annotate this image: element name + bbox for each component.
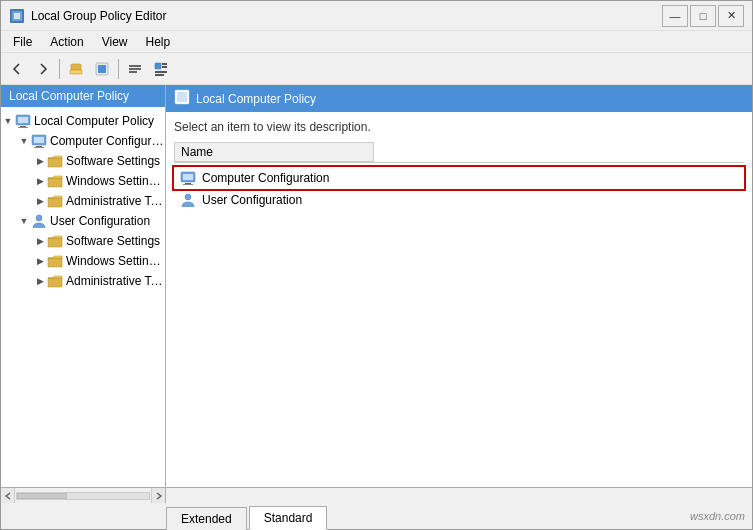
svg-rect-4 (70, 70, 82, 74)
left-scrollbar-thumb[interactable] (17, 493, 67, 499)
scroll-right-btn[interactable] (151, 488, 165, 503)
svg-point-30 (185, 194, 191, 200)
tree-item-admin1[interactable]: ▶ Administrative Te... (1, 191, 165, 211)
toolbar-sep-2 (118, 59, 119, 79)
list-row-icon-user (180, 192, 196, 208)
toolbar (1, 53, 752, 85)
list-row-computer-config[interactable]: Computer Configuration (174, 167, 744, 189)
menu-file[interactable]: File (5, 33, 40, 51)
svg-rect-20 (34, 137, 44, 143)
svg-rect-9 (129, 71, 137, 73)
left-scrollbar-area (1, 488, 166, 503)
toolbar-forward[interactable] (31, 57, 55, 81)
svg-rect-6 (98, 65, 106, 73)
left-scrollbar-track[interactable] (16, 492, 150, 500)
main-content: Local Computer Policy ▼ Local Computer P… (1, 85, 752, 487)
left-panel-header: Local Computer Policy (1, 85, 165, 107)
right-panel-title: Local Computer Policy (196, 92, 316, 106)
right-panel-body: Select an item to view its description. … (166, 112, 752, 487)
tree-item-software2[interactable]: ▶ Software Settings (1, 231, 165, 251)
app-icon (9, 8, 25, 24)
tree-item-root[interactable]: ▼ Local Computer Policy (1, 111, 165, 131)
tree-item-computer[interactable]: ▼ Computer Configura... (1, 131, 165, 151)
tree-label-user: User Configuration (50, 214, 150, 228)
list-items: Computer Configuration User Configuratio… (174, 167, 744, 211)
svg-rect-18 (18, 127, 28, 128)
list-row-user-config[interactable]: User Configuration (174, 189, 744, 211)
close-button[interactable]: ✕ (718, 5, 744, 27)
tree-item-windows2[interactable]: ▶ Windows Setting... (1, 251, 165, 271)
window-title: Local Group Policy Editor (31, 9, 166, 23)
svg-rect-22 (34, 147, 44, 148)
list-header: Name (174, 142, 744, 163)
left-panel: Local Computer Policy ▼ Local Computer P… (1, 85, 166, 487)
list-row-text-user-config: User Configuration (202, 193, 302, 207)
toolbar-sep-1 (59, 59, 60, 79)
tree-expand-root[interactable]: ▼ (1, 114, 15, 128)
right-scrollbar-area (166, 488, 752, 503)
tree-expand-software1[interactable]: ▶ (33, 154, 47, 168)
menu-help[interactable]: Help (138, 33, 179, 51)
menu-action[interactable]: Action (42, 33, 91, 51)
tree-icon-windows1 (47, 173, 63, 189)
tree-container: ▼ Local Computer Policy ▼ (1, 107, 165, 487)
title-bar: Local Group Policy Editor — □ ✕ (1, 1, 752, 31)
tree-item-user[interactable]: ▼ User Configuration (1, 211, 165, 231)
toolbar-up[interactable] (64, 57, 88, 81)
tab-standard[interactable]: Standard (249, 506, 328, 530)
svg-rect-29 (183, 184, 193, 185)
tab-extended[interactable]: Extended (166, 507, 247, 530)
toolbar-option[interactable] (149, 57, 173, 81)
toolbar-extra[interactable] (123, 57, 147, 81)
maximize-button[interactable]: □ (690, 5, 716, 27)
tree-expand-windows1[interactable]: ▶ (33, 174, 47, 188)
right-panel-header: Local Computer Policy (166, 85, 752, 112)
bottom-area: Extended Standard (1, 487, 752, 529)
scroll-left-btn[interactable] (1, 488, 15, 503)
tree-item-software1[interactable]: ▶ Software Settings (1, 151, 165, 171)
tree-label-admin1: Administrative Te... (66, 194, 165, 208)
description-text: Select an item to view its description. (174, 120, 744, 134)
svg-rect-12 (162, 66, 167, 68)
svg-rect-25 (177, 92, 187, 102)
menu-view[interactable]: View (94, 33, 136, 51)
tree-expand-software2[interactable]: ▶ (33, 234, 47, 248)
svg-rect-8 (129, 68, 141, 70)
main-window: Local Group Policy Editor — □ ✕ File Act… (0, 0, 753, 530)
tree-item-windows1[interactable]: ▶ Windows Setting... (1, 171, 165, 191)
tree-item-admin2[interactable]: ▶ Administrative Te... (1, 271, 165, 291)
svg-rect-7 (129, 65, 141, 67)
title-bar-left: Local Group Policy Editor (9, 8, 166, 24)
svg-rect-27 (183, 174, 193, 180)
col-header-name[interactable]: Name (174, 142, 374, 162)
window-controls: — □ ✕ (662, 5, 744, 27)
svg-point-23 (36, 215, 42, 221)
svg-rect-13 (155, 71, 167, 73)
svg-rect-2 (14, 13, 20, 19)
toolbar-back[interactable] (5, 57, 29, 81)
tree-label-software2: Software Settings (66, 234, 160, 248)
tree-label-computer: Computer Configura... (50, 134, 165, 148)
list-row-icon-computer (180, 170, 196, 186)
right-panel: Local Computer Policy Select an item to … (166, 85, 752, 487)
tree-icon-computer (31, 133, 47, 149)
list-row-text-computer-config: Computer Configuration (202, 171, 329, 185)
svg-rect-14 (155, 74, 164, 76)
tree-label-software1: Software Settings (66, 154, 160, 168)
tree-icon-user (31, 213, 47, 229)
minimize-button[interactable]: — (662, 5, 688, 27)
svg-rect-16 (18, 117, 28, 123)
tree-expand-admin2[interactable]: ▶ (33, 274, 47, 288)
tree-label-windows1: Windows Setting... (66, 174, 165, 188)
toolbar-show[interactable] (90, 57, 114, 81)
menu-bar: File Action View Help (1, 31, 752, 53)
tree-icon-software2 (47, 233, 63, 249)
tree-expand-windows2[interactable]: ▶ (33, 254, 47, 268)
tab-bar: Extended Standard (1, 503, 752, 529)
tree-expand-computer[interactable]: ▼ (17, 134, 31, 148)
tree-label-windows2: Windows Setting... (66, 254, 165, 268)
tree-icon-admin1 (47, 193, 63, 209)
tree-icon-windows2 (47, 253, 63, 269)
tree-expand-user[interactable]: ▼ (17, 214, 31, 228)
tree-expand-admin1[interactable]: ▶ (33, 194, 47, 208)
